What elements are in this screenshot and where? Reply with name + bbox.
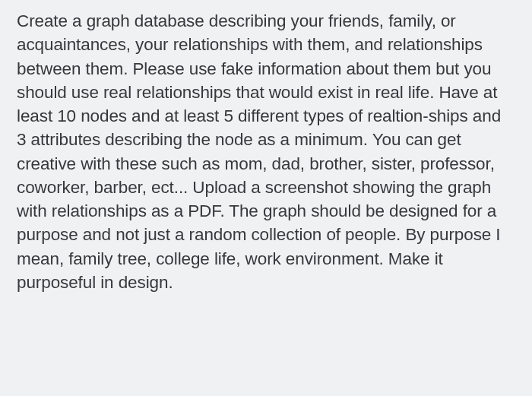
question-text: Create a graph database describing your … xyxy=(17,9,514,294)
